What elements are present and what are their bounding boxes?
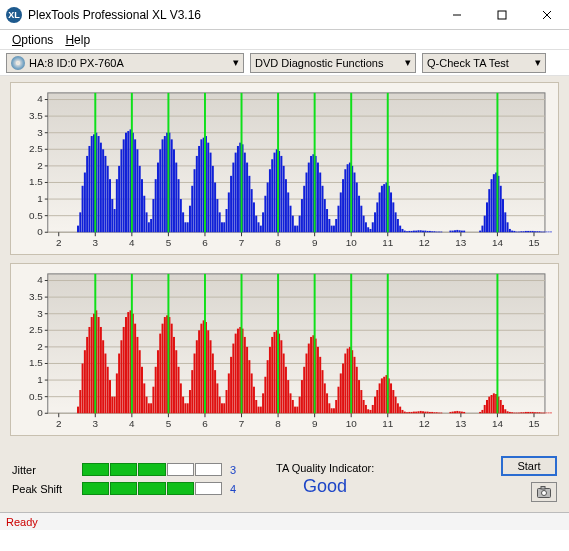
menu-help[interactable]: Help: [59, 33, 96, 47]
svg-rect-451: [365, 405, 367, 413]
svg-rect-209: [417, 230, 419, 232]
svg-rect-355: [146, 397, 148, 414]
svg-rect-156: [296, 226, 298, 233]
svg-rect-367: [173, 337, 175, 413]
svg-rect-72: [104, 156, 106, 232]
svg-rect-117: [207, 143, 209, 233]
svg-rect-226: [463, 231, 465, 233]
drive-select[interactable]: HA:8 ID:0 PX-760A ▾: [6, 53, 244, 73]
svg-rect-463: [392, 390, 394, 413]
svg-rect-205: [408, 231, 410, 232]
svg-rect-479: [429, 412, 431, 413]
svg-rect-470: [408, 412, 410, 413]
svg-rect-113: [198, 146, 200, 232]
svg-rect-340: [111, 397, 113, 414]
svg-rect-433: [324, 383, 326, 413]
svg-rect-509: [518, 413, 520, 414]
svg-rect-232: [491, 179, 493, 232]
function-select-label: DVD Diagnostic Functions: [255, 57, 383, 69]
svg-rect-395: [237, 329, 239, 414]
svg-rect-136: [251, 189, 253, 232]
svg-rect-143: [267, 182, 269, 232]
svg-rect-245: [520, 231, 522, 232]
svg-rect-371: [182, 397, 184, 414]
svg-rect-220: [449, 231, 451, 233]
svg-text:1.5: 1.5: [29, 357, 43, 368]
svg-rect-517: [536, 412, 538, 413]
function-select[interactable]: DVD Diagnostic Functions ▾: [250, 53, 416, 73]
svg-rect-80: [123, 139, 125, 232]
svg-rect-118: [210, 153, 212, 233]
svg-rect-167: [321, 186, 323, 232]
svg-rect-140: [260, 226, 262, 233]
snapshot-button[interactable]: [531, 482, 557, 502]
svg-text:4: 4: [129, 418, 135, 429]
svg-rect-146: [274, 153, 276, 233]
svg-rect-409: [269, 347, 271, 413]
svg-rect-331: [91, 317, 93, 413]
svg-rect-70: [100, 143, 102, 233]
svg-rect-187: [367, 227, 369, 232]
svg-text:3: 3: [93, 237, 99, 248]
disc-icon: [11, 56, 25, 70]
svg-text:2: 2: [37, 160, 43, 171]
svg-rect-96: [159, 149, 161, 232]
svg-text:0.5: 0.5: [29, 210, 43, 221]
svg-rect-420: [294, 407, 296, 414]
minimize-button[interactable]: [434, 0, 479, 30]
svg-rect-416: [285, 367, 287, 413]
svg-rect-173: [335, 219, 337, 232]
svg-rect-109: [189, 206, 191, 233]
svg-text:3: 3: [37, 127, 43, 138]
svg-rect-344: [120, 340, 122, 413]
maximize-button[interactable]: [479, 0, 524, 30]
test-select[interactable]: Q-Check TA Test ▾: [422, 53, 546, 73]
svg-rect-145: [271, 159, 273, 232]
svg-rect-450: [363, 400, 365, 413]
svg-rect-384: [212, 354, 214, 414]
svg-rect-107: [184, 222, 186, 232]
svg-rect-60: [77, 226, 79, 233]
svg-rect-66: [91, 136, 93, 232]
svg-rect-97: [162, 139, 164, 232]
jitter-value: 3: [230, 464, 242, 476]
svg-rect-203: [404, 231, 406, 233]
svg-rect-63: [84, 173, 86, 233]
svg-rect-496: [488, 397, 490, 414]
svg-rect-418: [290, 393, 292, 413]
svg-rect-251: [534, 231, 536, 232]
svg-rect-419: [292, 400, 294, 413]
svg-text:2.5: 2.5: [29, 143, 43, 154]
svg-text:10: 10: [346, 418, 357, 429]
app-icon: XL: [6, 7, 22, 23]
svg-rect-168: [324, 199, 326, 232]
svg-rect-522: [548, 413, 550, 414]
meter-segment: [167, 463, 194, 476]
svg-rect-106: [182, 212, 184, 232]
svg-rect-159: [303, 186, 305, 232]
svg-rect-439: [337, 387, 339, 414]
svg-rect-237: [502, 199, 504, 232]
test-select-label: Q-Check TA Test: [427, 57, 509, 69]
svg-rect-467: [401, 410, 403, 413]
start-button[interactable]: Start: [501, 456, 557, 476]
svg-rect-176: [342, 179, 344, 232]
svg-rect-415: [283, 354, 285, 414]
svg-rect-123: [221, 222, 223, 232]
svg-rect-494: [484, 405, 486, 413]
svg-rect-435: [328, 403, 330, 413]
bottom-panel: Jitter 3 Peak Shift 4 TA Quality Indicat…: [0, 448, 569, 512]
svg-rect-406: [262, 393, 264, 413]
svg-rect-122: [219, 212, 221, 232]
menu-options[interactable]: Options: [6, 33, 59, 47]
svg-text:6: 6: [202, 237, 208, 248]
svg-rect-200: [397, 219, 399, 232]
close-button[interactable]: [524, 0, 569, 30]
svg-rect-483: [438, 413, 440, 414]
svg-rect-501: [500, 400, 502, 413]
svg-rect-390: [226, 390, 228, 413]
svg-rect-425: [306, 354, 308, 414]
svg-rect-520: [543, 413, 545, 414]
meter-segment: [110, 463, 137, 476]
svg-rect-184: [360, 206, 362, 233]
